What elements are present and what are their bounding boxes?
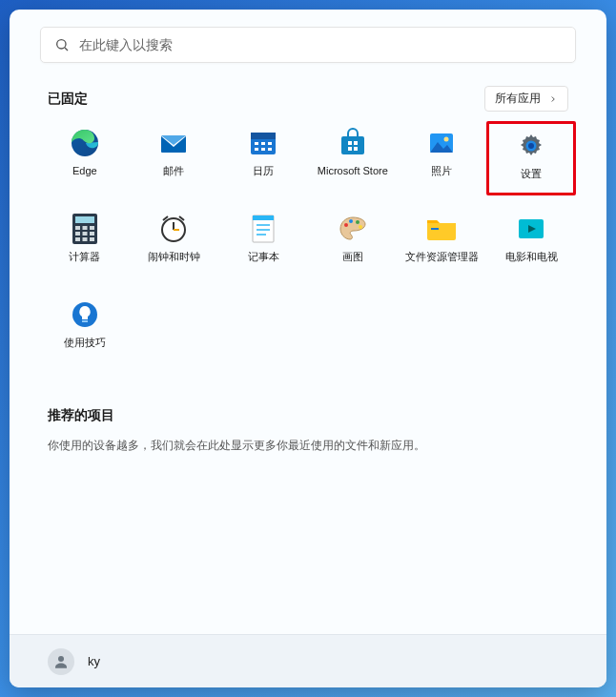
svg-rect-32: [75, 237, 80, 241]
app-label: 文件资源管理器: [403, 251, 481, 263]
pinned-header: 已固定 所有应用: [40, 86, 576, 112]
mail-icon: [157, 127, 190, 159]
content-area: 已固定 所有应用: [10, 63, 606, 634]
svg-line-1: [65, 48, 68, 51]
username[interactable]: ky: [88, 654, 100, 668]
svg-rect-30: [82, 232, 87, 236]
svg-point-23: [528, 143, 534, 149]
app-calculator[interactable]: 计算器: [40, 207, 130, 281]
app-label: 照片: [429, 165, 454, 177]
calculator-icon: [69, 213, 101, 245]
svg-rect-14: [341, 136, 364, 154]
notepad-icon: [247, 213, 279, 245]
app-label: Edge: [71, 165, 99, 177]
photos-icon: [425, 127, 458, 159]
movies-icon: [515, 213, 547, 245]
app-photos[interactable]: 照片: [398, 121, 487, 195]
svg-rect-33: [82, 237, 87, 241]
app-paint[interactable]: 画图: [308, 207, 398, 281]
folder-icon: [425, 213, 458, 245]
recommended-text: 你使用的设备越多，我们就会在此处显示更多你最近使用的文件和新应用。: [48, 438, 568, 454]
app-movies[interactable]: 电影和电视: [486, 207, 576, 281]
start-menu: 已固定 所有应用: [10, 10, 606, 687]
app-label: 邮件: [161, 165, 186, 177]
app-label: 电影和电视: [503, 251, 560, 263]
app-explorer[interactable]: 文件资源管理器: [398, 207, 487, 281]
store-icon: [337, 127, 369, 159]
clock-icon: [157, 213, 190, 245]
calendar-icon: [247, 127, 279, 159]
recommended-title: 推荐的项目: [48, 407, 568, 424]
app-label: Microsoft Store: [316, 165, 390, 177]
svg-rect-7: [251, 133, 276, 139]
settings-icon: [515, 130, 547, 162]
chevron-right-icon: [548, 94, 558, 104]
pinned-title: 已固定: [48, 91, 88, 108]
app-label: 记事本: [246, 251, 281, 263]
app-calendar[interactable]: 日历: [218, 121, 308, 195]
app-store[interactable]: Microsoft Store: [308, 121, 398, 195]
user-avatar[interactable]: [48, 648, 74, 675]
edge-icon: [69, 127, 101, 159]
app-notepad[interactable]: 记事本: [218, 207, 308, 281]
svg-rect-15: [348, 141, 352, 145]
recommended-section: 推荐的项目 你使用的设备越多，我们就会在此处显示更多你最近使用的文件和新应用。: [40, 407, 576, 454]
svg-rect-34: [90, 237, 94, 241]
svg-point-45: [356, 220, 359, 224]
footer: ky: [10, 634, 606, 687]
search-input[interactable]: [79, 37, 562, 52]
svg-point-44: [349, 219, 353, 223]
svg-rect-25: [75, 216, 94, 223]
app-label: 设置: [519, 168, 544, 180]
app-alarms[interactable]: 闹钟和时钟: [130, 207, 219, 281]
app-mail[interactable]: 邮件: [130, 121, 219, 195]
app-label: 使用技巧: [62, 337, 108, 349]
svg-rect-11: [255, 148, 258, 151]
svg-point-0: [57, 40, 66, 49]
svg-point-52: [58, 656, 64, 662]
svg-rect-9: [261, 142, 265, 145]
pinned-grid: Edge 邮件: [40, 121, 576, 367]
svg-point-20: [444, 137, 449, 142]
svg-rect-16: [354, 141, 358, 145]
svg-rect-10: [268, 142, 272, 145]
app-tips[interactable]: 使用技巧: [40, 293, 130, 367]
svg-point-46: [359, 225, 362, 229]
svg-rect-47: [431, 228, 439, 230]
svg-rect-29: [75, 232, 80, 236]
app-label: 计算器: [67, 251, 102, 263]
app-settings[interactable]: 设置: [486, 121, 576, 195]
svg-rect-18: [354, 147, 358, 151]
app-label: 日历: [251, 165, 276, 177]
person-icon: [52, 653, 70, 670]
svg-rect-28: [90, 226, 94, 230]
svg-rect-8: [255, 142, 258, 145]
paint-icon: [337, 213, 369, 245]
app-label: 闹钟和时钟: [146, 251, 202, 263]
svg-rect-31: [90, 232, 94, 236]
all-apps-button[interactable]: 所有应用: [484, 86, 568, 112]
app-label: 画图: [340, 251, 365, 263]
all-apps-label: 所有应用: [495, 91, 541, 107]
app-edge[interactable]: Edge: [40, 121, 130, 195]
tips-icon: [69, 298, 101, 331]
search-icon: [54, 37, 70, 52]
svg-rect-27: [82, 226, 87, 230]
search-bar[interactable]: [40, 27, 576, 63]
svg-point-43: [344, 223, 348, 227]
svg-rect-51: [82, 320, 88, 322]
svg-rect-39: [253, 215, 274, 220]
svg-rect-12: [261, 148, 265, 151]
svg-rect-17: [348, 147, 352, 151]
svg-rect-26: [75, 226, 80, 230]
svg-rect-13: [268, 148, 272, 151]
